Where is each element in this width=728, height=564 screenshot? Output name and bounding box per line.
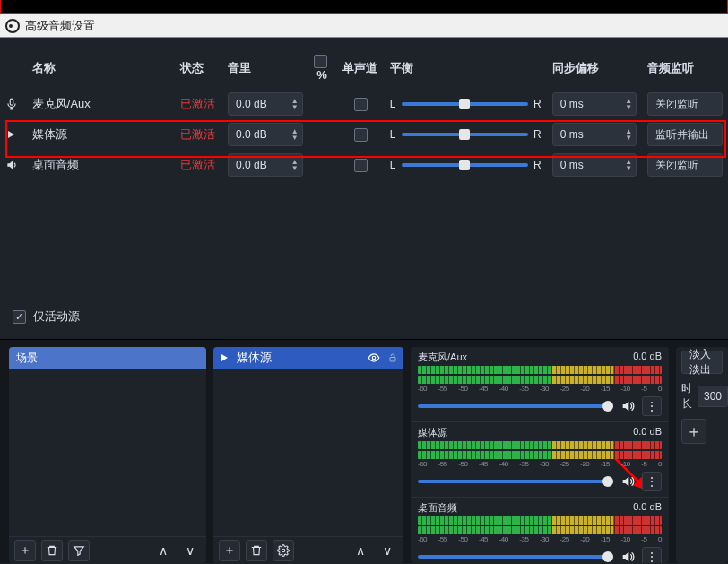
channel-menu-button[interactable]: ⋮ bbox=[642, 396, 662, 416]
mono-checkbox[interactable] bbox=[354, 128, 368, 142]
db-scale: -60-55-50-45-40-35-30-25-20-15-10-50 bbox=[418, 460, 662, 468]
duration-label: 时长 bbox=[681, 381, 692, 412]
eye-icon[interactable] bbox=[368, 351, 380, 364]
advanced-audio-table: 名称 状态 音里 % 单声道 平衡 同步偏移 音频监听 麦克风/Aux 已激活 … bbox=[0, 47, 728, 180]
balance-left-label: L bbox=[390, 98, 396, 110]
speaker-icon[interactable] bbox=[620, 399, 635, 413]
active-only-label: 仅活动源 bbox=[33, 308, 80, 325]
balance-slider[interactable] bbox=[402, 102, 529, 106]
volume-spinbox[interactable]: 0.0 dB▲▼ bbox=[228, 92, 303, 116]
level-meter bbox=[418, 451, 662, 459]
header-sync: 同步偏移 bbox=[547, 47, 642, 89]
transitions-panel: 淡入淡出 时长 300 ＋ bbox=[676, 347, 728, 563]
level-meter bbox=[418, 526, 662, 534]
play-icon bbox=[219, 352, 230, 363]
obs-logo-icon bbox=[5, 19, 20, 33]
add-scene-button[interactable]: ＋ bbox=[14, 540, 36, 561]
channel-level: 0.0 dB bbox=[633, 426, 662, 439]
sync-offset-spinbox[interactable]: 0 ms▲▼ bbox=[552, 153, 637, 177]
volume-spinbox[interactable]: 0.0 dB▲▼ bbox=[228, 123, 303, 146]
scene-down-button[interactable]: ∨ bbox=[179, 540, 201, 561]
header-mono: 单声道 bbox=[337, 47, 385, 89]
scenes-panel: 场景 ＋ ∧ ∨ bbox=[9, 347, 206, 563]
add-source-button[interactable]: ＋ bbox=[219, 540, 240, 561]
lock-icon[interactable] bbox=[387, 352, 398, 363]
header-volume: 音里 bbox=[222, 47, 308, 89]
add-transition-button[interactable]: ＋ bbox=[681, 419, 706, 444]
table-row: 媒体源 已激活 0.0 dB▲▼ LR 0 ms▲▼ 监听并输出 bbox=[0, 119, 728, 150]
monitor-dropdown[interactable]: 关闭监听 bbox=[647, 153, 723, 177]
volume-slider[interactable] bbox=[418, 480, 613, 483]
source-name: 媒体源 bbox=[27, 119, 175, 150]
mono-checkbox[interactable] bbox=[354, 159, 368, 172]
speaker-icon[interactable] bbox=[620, 474, 635, 489]
sources-panel: 媒体源 ＋ ∧ ∨ bbox=[213, 347, 403, 563]
sync-offset-spinbox[interactable]: 0 ms▲▼ bbox=[552, 123, 637, 146]
channel-level: 0.0 dB bbox=[633, 351, 662, 364]
channel-name: 桌面音频 bbox=[418, 501, 457, 515]
volume-spinbox[interactable]: 0.0 dB▲▼ bbox=[228, 153, 303, 177]
monitor-dropdown[interactable]: 监听并输出 bbox=[647, 123, 723, 146]
balance-right-label: R bbox=[533, 159, 542, 171]
status-label: 已激活 bbox=[175, 119, 222, 150]
channel-level: 0.0 dB bbox=[633, 501, 662, 515]
source-type-icon bbox=[0, 119, 27, 150]
mixer-channel: 媒体源0.0 dB -60-55-50-45-40-35-30-25-20-15… bbox=[411, 422, 669, 498]
level-meter bbox=[418, 516, 662, 525]
balance-slider[interactable] bbox=[402, 163, 529, 167]
mixer-channel: 麦克风/Aux0.0 dB -60-55-50-45-40-35-30-25-2… bbox=[411, 347, 669, 422]
speaker-icon[interactable] bbox=[620, 550, 635, 563]
status-label: 已激活 bbox=[175, 150, 222, 180]
source-item-label: 媒体源 bbox=[237, 350, 272, 366]
svg-point-2 bbox=[282, 549, 285, 552]
percent-checkbox[interactable] bbox=[314, 55, 327, 68]
svg-rect-1 bbox=[390, 358, 395, 362]
source-name: 桌面音频 bbox=[27, 150, 175, 180]
db-scale: -60-55-50-45-40-35-30-25-20-15-10-50 bbox=[418, 385, 662, 393]
channel-menu-button[interactable]: ⋮ bbox=[642, 472, 662, 491]
header-percent: % bbox=[308, 47, 337, 89]
source-name: 麦克风/Aux bbox=[27, 89, 175, 119]
mixer-channel: 桌面音频0.0 dB -60-55-50-45-40-35-30-25-20-1… bbox=[411, 498, 669, 563]
volume-slider[interactable] bbox=[418, 404, 613, 408]
table-row: 桌面音频 已激活 0.0 dB▲▼ LR 0 ms▲▼ 关闭监听 bbox=[0, 150, 728, 180]
monitor-dropdown[interactable]: 关闭监听 bbox=[647, 92, 723, 116]
channel-menu-button[interactable]: ⋮ bbox=[642, 547, 662, 563]
dialog-title-bar[interactable]: 高级音频设置 bbox=[0, 14, 728, 38]
db-scale: -60-55-50-45-40-35-30-25-20-15-10-50 bbox=[418, 535, 662, 543]
delete-scene-button[interactable] bbox=[41, 540, 63, 561]
source-item-media[interactable]: 媒体源 bbox=[213, 347, 403, 369]
transition-dropdown[interactable]: 淡入淡出 bbox=[681, 351, 723, 374]
dialog-title: 高级音频设置 bbox=[25, 18, 95, 34]
scene-up-button[interactable]: ∧ bbox=[152, 540, 174, 561]
sync-offset-spinbox[interactable]: 0 ms▲▼ bbox=[552, 92, 637, 116]
scene-filters-button[interactable] bbox=[68, 540, 90, 561]
balance-right-label: R bbox=[533, 98, 542, 110]
balance-slider[interactable] bbox=[402, 133, 529, 136]
channel-name: 麦克风/Aux bbox=[418, 351, 467, 364]
status-label: 已激活 bbox=[175, 89, 222, 119]
source-properties-button[interactable] bbox=[273, 540, 294, 561]
table-row: 麦克风/Aux 已激活 0.0 dB▲▼ LR 0 ms▲▼ 关闭监听 bbox=[0, 89, 728, 119]
audio-mixer-panel: 麦克风/Aux0.0 dB -60-55-50-45-40-35-30-25-2… bbox=[411, 347, 669, 563]
duration-input[interactable]: 300 bbox=[698, 386, 728, 407]
scene-item[interactable]: 场景 bbox=[9, 347, 206, 369]
source-type-icon bbox=[0, 89, 27, 119]
channel-name: 媒体源 bbox=[418, 426, 447, 439]
svg-point-0 bbox=[372, 356, 376, 360]
volume-slider[interactable] bbox=[418, 555, 613, 559]
active-only-checkbox[interactable] bbox=[13, 310, 26, 324]
source-type-icon bbox=[0, 150, 27, 180]
header-name: 名称 bbox=[27, 47, 175, 89]
source-up-button[interactable]: ∧ bbox=[350, 540, 371, 561]
balance-left-label: L bbox=[390, 128, 396, 141]
level-meter bbox=[418, 376, 662, 384]
balance-right-label: R bbox=[533, 128, 542, 141]
mono-checkbox[interactable] bbox=[354, 98, 368, 111]
header-balance: 平衡 bbox=[385, 47, 547, 89]
header-status: 状态 bbox=[175, 47, 222, 89]
header-monitor: 音频监听 bbox=[642, 47, 728, 89]
level-meter bbox=[418, 366, 662, 374]
delete-source-button[interactable] bbox=[246, 540, 267, 561]
source-down-button[interactable]: ∨ bbox=[377, 540, 398, 561]
